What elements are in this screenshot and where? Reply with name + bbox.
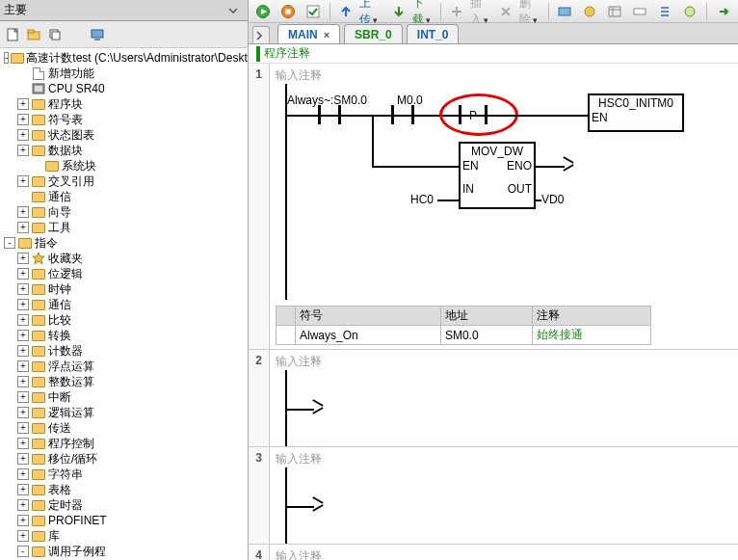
tree-item[interactable]: +数据块 — [0, 143, 248, 158]
tree-item[interactable]: +状态图表 — [0, 127, 248, 143]
block-mov-dw[interactable]: MOV_DW EN ENO IN OUT — [459, 142, 536, 209]
tree-item[interactable]: +库 — [0, 528, 248, 544]
run-button[interactable] — [252, 3, 274, 20]
tab-int0[interactable]: INT_0 — [407, 24, 460, 43]
expand-toggle[interactable]: + — [17, 453, 29, 465]
tree-item[interactable]: +定时器 — [0, 497, 248, 513]
tree-item[interactable]: +收藏夹 — [0, 251, 248, 266]
tree-item[interactable]: +程序块 — [0, 96, 248, 112]
expand-toggle[interactable]: + — [17, 314, 29, 326]
tree-item[interactable]: +表格 — [0, 482, 248, 497]
delete-button[interactable] — [496, 4, 515, 19]
expand-toggle[interactable]: + — [17, 376, 29, 387]
tree-item[interactable]: +向导 — [0, 204, 248, 220]
toolbar-new-icon[interactable] — [4, 26, 21, 43]
network-1[interactable]: 1 输入注释 Always~:SM0.0 — [249, 64, 738, 350]
upload-button[interactable] — [336, 4, 356, 19]
tree-item[interactable]: +程序控制 — [0, 436, 248, 451]
toolbar-stack-icon[interactable] — [46, 26, 64, 43]
expand-toggle[interactable]: + — [17, 407, 29, 418]
toolbar-monitor-icon[interactable] — [89, 26, 106, 43]
tree-item[interactable]: +移位/循环 — [0, 451, 248, 467]
networks-container[interactable]: 1 输入注释 Always~:SM0.0 — [249, 64, 738, 560]
expand-toggle[interactable]: + — [17, 114, 29, 125]
expand-toggle[interactable]: - — [17, 546, 29, 557]
expand-toggle[interactable]: + — [17, 422, 29, 434]
tree-item[interactable]: 通信 — [0, 189, 248, 204]
tree-item[interactable]: +比较 — [0, 312, 248, 328]
expand-toggle[interactable]: + — [17, 345, 29, 357]
expand-toggle[interactable]: + — [17, 222, 29, 233]
tab-history-button[interactable] — [252, 26, 270, 43]
project-tree[interactable]: -高速计数test (C:\Users\Administrator\Deskto… — [0, 48, 248, 560]
expand-toggle[interactable]: + — [17, 299, 29, 310]
network-1-comment[interactable]: 输入注释 — [276, 67, 732, 84]
expand-toggle[interactable]: + — [17, 206, 29, 218]
network-2[interactable]: 2 输入注释 — [249, 350, 738, 447]
expand-toggle[interactable]: - — [4, 237, 15, 249]
tb-icon-1[interactable] — [554, 3, 575, 20]
expand-toggle[interactable]: + — [17, 530, 29, 542]
tree-item[interactable]: +PROFINET — [0, 513, 248, 528]
tree-item[interactable]: -指令 — [0, 235, 248, 251]
expand-toggle[interactable]: - — [4, 52, 9, 64]
expand-toggle[interactable]: + — [17, 391, 29, 403]
block-hsc0-initm0[interactable]: HSC0_INITM0 EN — [588, 93, 684, 132]
expand-toggle[interactable]: + — [17, 484, 29, 495]
expand-toggle[interactable]: + — [17, 438, 29, 449]
tb-forward-icon[interactable] — [713, 3, 734, 20]
tree-item[interactable]: CPU SR40 — [0, 81, 248, 96]
tree-item[interactable]: +中断 — [0, 389, 248, 405]
expand-toggle[interactable]: + — [17, 360, 29, 372]
tab-main-close-icon[interactable]: × — [324, 29, 329, 40]
program-comment-bar[interactable]: 程序注释 — [249, 44, 738, 64]
expand-toggle[interactable] — [17, 191, 29, 202]
tree-item[interactable]: +时钟 — [0, 281, 248, 297]
download-button[interactable] — [389, 4, 409, 19]
symbol-table-row[interactable]: Always_OnSM0.0始终接通 — [277, 326, 651, 345]
tree-item[interactable]: +整数运算 — [0, 374, 248, 389]
tree-item[interactable]: +字符串 — [0, 467, 248, 482]
toolbar-open-icon[interactable] — [25, 26, 42, 43]
expand-toggle[interactable] — [17, 67, 29, 79]
tree-item[interactable]: +位逻辑 — [0, 266, 248, 281]
expand-toggle[interactable]: + — [17, 283, 29, 295]
expand-toggle[interactable]: + — [17, 499, 29, 511]
tab-main[interactable]: MAIN × — [277, 24, 340, 43]
network-3-comment[interactable]: 输入注释 — [276, 451, 732, 467]
network-2-comment[interactable]: 输入注释 — [276, 354, 732, 370]
tree-item[interactable]: +符号表 — [0, 112, 248, 127]
tree-item[interactable]: -高速计数test (C:\Users\Administrator\Deskto… — [0, 50, 248, 66]
tb-icon-3[interactable] — [604, 3, 625, 20]
insert-button[interactable] — [447, 4, 466, 19]
expand-toggle[interactable]: + — [17, 253, 29, 264]
expand-toggle[interactable]: + — [17, 175, 29, 187]
stop-button[interactable] — [277, 3, 299, 20]
tb-icon-2[interactable] — [579, 3, 600, 20]
tree-item[interactable]: +转换 — [0, 328, 248, 343]
tree-item[interactable]: +浮点运算 — [0, 359, 248, 374]
tb-icon-4[interactable] — [629, 3, 650, 20]
network-4-comment[interactable]: 输入注释 — [276, 548, 732, 560]
network-3[interactable]: 3 输入注释 — [249, 447, 738, 545]
tree-item[interactable]: +传送 — [0, 420, 248, 436]
compile-button[interactable] — [303, 3, 324, 20]
network-4[interactable]: 4 输入注释 — [249, 545, 738, 560]
expand-toggle[interactable]: + — [17, 268, 29, 280]
tab-sbr0[interactable]: SBR_0 — [344, 24, 403, 43]
expand-toggle[interactable]: + — [17, 468, 29, 480]
expand-toggle[interactable]: + — [17, 330, 29, 341]
tb-icon-6[interactable] — [679, 3, 700, 20]
tree-item[interactable]: 系统块 — [0, 158, 248, 173]
tb-icon-5[interactable] — [654, 3, 675, 20]
expand-toggle[interactable] — [17, 83, 29, 94]
tree-item[interactable]: +计数器 — [0, 343, 248, 359]
tree-item[interactable]: +工具 — [0, 220, 248, 235]
tree-item[interactable]: 新增功能 — [0, 66, 248, 81]
panel-dropdown-icon[interactable] — [223, 8, 244, 13]
expand-toggle[interactable]: + — [17, 145, 29, 156]
tree-item[interactable]: +交叉引用 — [0, 173, 248, 189]
expand-toggle[interactable]: + — [17, 98, 29, 110]
expand-toggle[interactable] — [31, 160, 42, 172]
tree-item[interactable]: +通信 — [0, 297, 248, 312]
